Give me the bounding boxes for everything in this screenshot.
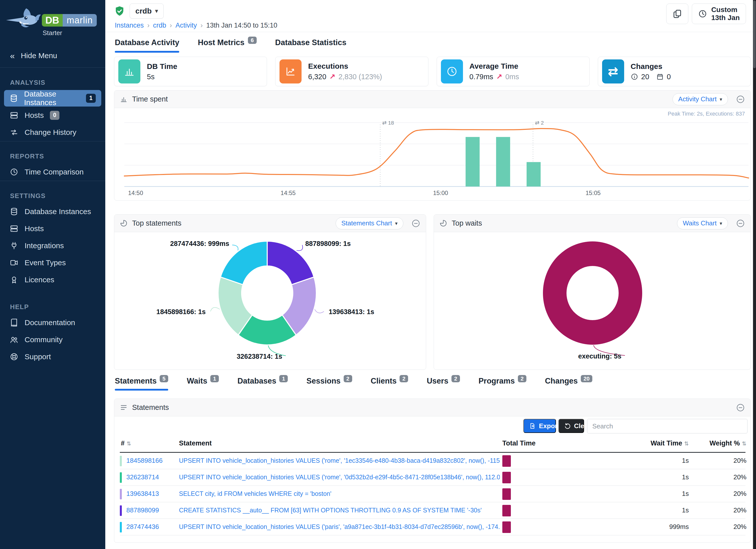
export-label: Export: [539, 422, 559, 430]
sort-icon[interactable]: ⇅: [684, 440, 689, 447]
col-num-label[interactable]: #: [121, 439, 125, 447]
collapse-panel-icon[interactable]: [411, 219, 420, 228]
statements-chart-dropdown[interactable]: Statements Chart ▾: [336, 217, 403, 229]
clear-button[interactable]: Clear: [558, 419, 584, 433]
tab-host-metrics[interactable]: Host Metrics6: [198, 38, 256, 53]
copy-link-button[interactable]: [666, 4, 688, 24]
table-row: 139638413SELECT city, id FROM vehicles W…: [120, 486, 745, 502]
x-tick-label: 14:55: [280, 190, 296, 196]
breadcrumb-separator: ›: [170, 22, 172, 29]
metric-card-body: Executions6,320↗2,830 (123%): [308, 62, 382, 81]
breadcrumb-item[interactable]: crdb: [153, 22, 166, 29]
statement-link[interactable]: UPSERT INTO vehicle_location_histories V…: [179, 474, 500, 481]
sidebar-item-label: Community: [25, 335, 63, 344]
detail-tab-waits[interactable]: Waits1: [187, 377, 219, 391]
collapse-panel-icon[interactable]: [736, 95, 745, 104]
sidebar-section-title: HELP: [10, 303, 105, 311]
table-row: 1845898166UPSERT INTO vehicle_location_h…: [120, 453, 745, 469]
sidebar-item-change-history[interactable]: Change History: [4, 124, 101, 141]
statement-id-link[interactable]: 287474436: [126, 523, 159, 531]
detail-tab-badge: 2: [518, 375, 526, 382]
sort-icon[interactable]: ⇅: [127, 440, 131, 447]
statement-color-chip: [120, 456, 122, 466]
sidebar-item-database-instances[interactable]: Database Instances1: [4, 90, 101, 107]
col-total-time-label[interactable]: Total Time: [502, 439, 536, 447]
export-icon: [529, 422, 536, 429]
sidebar-divider: [0, 141, 105, 141]
tab-database-statistics[interactable]: Database Statistics: [275, 38, 346, 53]
x-tick-label: 15:05: [586, 190, 601, 196]
detail-tab-clients[interactable]: Clients2: [371, 377, 408, 391]
change-annotation-label: ⇄ 2: [535, 120, 544, 126]
detail-tab-databases[interactable]: Databases1: [237, 377, 288, 391]
collapse-panel-icon[interactable]: [736, 403, 745, 412]
top-waits-donut[interactable]: executing: 5s: [434, 232, 750, 370]
activity-chart-dropdown[interactable]: Activity Chart ▾: [673, 93, 728, 105]
metric-card-value: 5s: [147, 73, 155, 81]
sidebar-item-database-instances[interactable]: Database Instances: [4, 203, 101, 220]
metric-card-delta: 0ms: [505, 73, 519, 81]
change-icon: [10, 128, 19, 137]
sidebar-item-community[interactable]: Community: [4, 331, 101, 348]
statement-id-link[interactable]: 326238714: [126, 473, 159, 481]
sidebar-item-integrations[interactable]: Integrations: [4, 237, 101, 254]
collapse-panel-icon[interactable]: [736, 219, 745, 228]
metric-card-body: Average Time0.79ms↗0ms: [469, 62, 519, 81]
statement-link[interactable]: UPSERT INTO vehicle_location_histories V…: [179, 457, 500, 464]
sidebar-item-hosts[interactable]: Hosts0: [4, 107, 101, 124]
sidebar-item-label: Support: [25, 352, 51, 361]
metric-card-value-line: 5s: [147, 73, 177, 81]
detail-tab-users[interactable]: Users2: [427, 377, 460, 391]
statement-id-link[interactable]: 887898099: [126, 506, 159, 514]
sidebar-item-event-types[interactable]: Event Types: [4, 254, 101, 271]
breadcrumb-item[interactable]: Activity: [175, 22, 197, 29]
detail-tab-sessions[interactable]: Sessions2: [306, 377, 352, 391]
total-time-bar: [502, 488, 511, 500]
swap-arrows-icon: ⇄: [602, 59, 624, 83]
detail-tab-programs[interactable]: Programs2: [479, 377, 526, 391]
statement-id-link[interactable]: 139638413: [126, 490, 159, 498]
statements-chart-dropdown-label: Statements Chart: [341, 219, 392, 227]
statement-link[interactable]: SELECT city, id FROM vehicles WHERE city…: [179, 490, 331, 497]
instance-selector[interactable]: crdb ▾: [130, 4, 164, 19]
calendar-icon: [656, 73, 664, 80]
detail-tab-statements[interactable]: Statements5: [115, 377, 168, 391]
export-button[interactable]: Export: [523, 419, 556, 433]
waits-chart-dropdown[interactable]: Waits Chart ▾: [677, 217, 728, 229]
donut-slice-label: 139638413: 1s: [329, 308, 374, 316]
activity-chart[interactable]: ⇄ 18⇄ 214:5014:5515:0015:05: [114, 108, 750, 200]
statement-link[interactable]: CREATE STATISTICS __auto__ FROM [63] WIT…: [179, 507, 482, 514]
sidebar-item-support[interactable]: Support: [4, 348, 101, 365]
sidebar-item-hosts[interactable]: Hosts: [4, 220, 101, 237]
sidebar-item-documentation[interactable]: Documentation: [4, 314, 101, 331]
scrollbar-thumb[interactable]: [753, 1, 756, 68]
statement-link[interactable]: UPSERT INTO vehicle_location_histories V…: [179, 523, 500, 530]
scrollbar[interactable]: [753, 0, 756, 549]
table-row: 887898099CREATE STATISTICS __auto__ FROM…: [120, 502, 745, 519]
donut-slice-label: 326238714: 1s: [237, 353, 282, 360]
sidebar-section-title: ANALYSIS: [10, 79, 105, 86]
hide-menu-button[interactable]: « Hide Menu: [0, 44, 105, 67]
detail-tab-label: Users: [427, 377, 448, 385]
metric-card-changes: ⇄Changes200: [598, 57, 751, 86]
top-statements-donut[interactable]: 887898099: 1s139638413: 1s326238714: 1s1…: [114, 232, 426, 370]
breadcrumb-item[interactable]: Instances: [115, 22, 144, 29]
trend-up-icon: ↗: [496, 72, 502, 81]
metric-card-executions: Executions6,320↗2,830 (123%): [275, 57, 428, 86]
top-waits-panel: Top waits Waits Chart ▾ executing: 5s: [434, 214, 751, 370]
sidebar: DB marlin Starter « Hide Menu ANALYSISDa…: [0, 0, 105, 549]
sort-icon[interactable]: ⇅: [742, 440, 746, 447]
col-wait-time-label[interactable]: Wait Time: [651, 439, 682, 447]
sidebar-item-time-comparison[interactable]: Time Comparison: [4, 164, 101, 180]
detail-tab-changes[interactable]: Changes20: [545, 377, 592, 391]
weight-value: 20%: [694, 457, 746, 465]
clock-icon: [10, 168, 19, 176]
tab-database-activity[interactable]: Database Activity: [115, 38, 179, 53]
col-weight-label[interactable]: Weight %: [710, 439, 740, 447]
time-range-button[interactable]: Custom 13th Jan: [692, 4, 746, 24]
search-input[interactable]: [587, 419, 747, 433]
col-statement-label[interactable]: Statement: [179, 439, 212, 447]
statement-id-link[interactable]: 1845898166: [126, 457, 163, 465]
sidebar-item-licences[interactable]: Licences: [4, 271, 101, 288]
licence-icon: [10, 276, 19, 284]
